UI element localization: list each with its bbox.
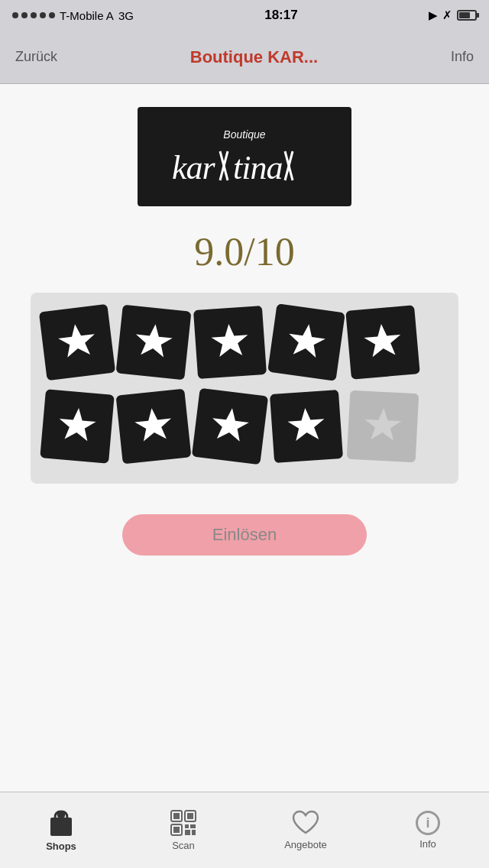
dot3 <box>31 12 37 18</box>
tab-bar: Shops Scan Angebote i Info <box>0 792 489 868</box>
star-2 <box>116 305 192 381</box>
star-svg-9 <box>280 400 332 452</box>
star-svg-8 <box>202 399 257 454</box>
tab-info[interactable]: i Info <box>367 792 489 868</box>
stars-row-1 <box>43 308 417 377</box>
star-svg-5 <box>356 316 410 369</box>
location-icon: ▶ <box>429 8 438 22</box>
dot1 <box>12 12 18 18</box>
carrier-label: T-Mobile A <box>60 9 114 22</box>
dot5 <box>49 12 55 18</box>
status-left: T-Mobile A 3G <box>12 9 134 22</box>
svg-text:kar: kar <box>172 149 216 186</box>
info-circle-icon: i <box>416 811 440 835</box>
star-svg-7 <box>126 399 180 453</box>
star-svg-4 <box>278 314 334 370</box>
svg-rect-34 <box>185 824 189 828</box>
nav-bar: Zurück Boutique KAR... Info <box>0 31 489 84</box>
nav-title: Boutique KAR... <box>57 47 451 67</box>
logo-boutique-text: Boutique <box>223 128 265 141</box>
status-right: ▶ ✗ <box>429 8 477 22</box>
status-bar: T-Mobile A 3G 18:17 ▶ ✗ <box>0 0 489 31</box>
tab-angebote-label: Angebote <box>284 839 327 850</box>
star-svg-10 <box>357 400 409 452</box>
network-label: 3G <box>118 9 134 22</box>
dot4 <box>40 12 46 18</box>
battery-fill <box>459 12 470 18</box>
bluetooth-icon: ✗ <box>442 8 452 22</box>
scan-icon <box>170 809 197 837</box>
svg-text:tina: tina <box>233 149 282 186</box>
redeem-button[interactable]: Einlösen <box>122 514 367 555</box>
heart-icon <box>292 810 319 836</box>
signal-dots <box>12 12 55 18</box>
star-svg-6 <box>50 400 104 453</box>
boutique-logo: Boutique kar tina <box>138 107 351 206</box>
svg-rect-27 <box>57 811 65 818</box>
star-9 <box>270 390 343 463</box>
svg-rect-35 <box>190 824 196 828</box>
rating-text: 9.0/10 <box>194 229 294 274</box>
star-6 <box>40 389 115 464</box>
star-svg-1 <box>50 315 105 370</box>
tab-shops-label: Shops <box>46 840 76 852</box>
star-5 <box>345 305 420 380</box>
svg-rect-29 <box>173 813 180 819</box>
svg-rect-31 <box>187 813 193 819</box>
battery-icon <box>457 10 477 21</box>
svg-rect-26 <box>50 818 72 836</box>
stars-row-2 <box>43 392 417 461</box>
svg-rect-33 <box>173 827 180 833</box>
tab-scan[interactable]: Scan <box>122 792 244 868</box>
logo-name: kar tina <box>168 144 321 186</box>
redeem-label: Einlösen <box>212 525 277 545</box>
star-7 <box>116 389 192 465</box>
tab-scan-label: Scan <box>172 840 195 851</box>
star-4 <box>267 303 345 381</box>
back-button[interactable]: Zurück <box>15 49 57 65</box>
status-time: 18:17 <box>264 8 297 23</box>
shops-icon <box>47 808 75 837</box>
stars-grid <box>31 293 458 484</box>
svg-rect-36 <box>185 830 190 835</box>
main-content: Boutique kar tina 9.0/10 <box>0 84 489 792</box>
star-1 <box>39 304 115 381</box>
svg-rect-37 <box>192 830 196 835</box>
tab-shops[interactable]: Shops <box>0 792 122 868</box>
tab-angebote[interactable]: Angebote <box>244 792 367 868</box>
info-button[interactable]: Info <box>451 49 474 65</box>
star-10-empty <box>347 390 419 463</box>
star-3 <box>193 306 267 379</box>
logo-svg: kar tina <box>168 144 321 186</box>
star-svg-3 <box>203 316 256 368</box>
tab-info-label: Info <box>419 838 436 850</box>
star-8 <box>192 388 268 465</box>
star-svg-2 <box>126 315 180 369</box>
dot2 <box>21 12 28 18</box>
